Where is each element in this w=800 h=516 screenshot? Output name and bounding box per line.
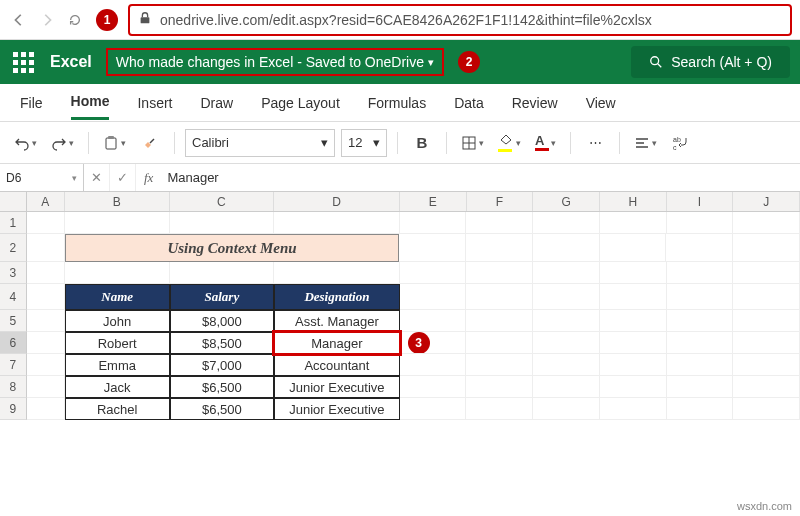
- col-header[interactable]: I: [667, 192, 734, 211]
- cell[interactable]: [400, 376, 467, 398]
- cell[interactable]: [733, 398, 800, 420]
- cell[interactable]: [466, 376, 533, 398]
- cell[interactable]: [666, 234, 733, 262]
- cell[interactable]: [600, 398, 667, 420]
- cell[interactable]: [170, 262, 275, 284]
- cell[interactable]: [733, 234, 800, 262]
- cell[interactable]: [600, 212, 667, 234]
- tab-page-layout[interactable]: Page Layout: [261, 87, 340, 119]
- cell[interactable]: [733, 212, 800, 234]
- cell[interactable]: [466, 262, 533, 284]
- cell[interactable]: [533, 376, 600, 398]
- search-button[interactable]: Search (Alt + Q): [631, 46, 790, 78]
- cell[interactable]: [533, 354, 600, 376]
- cell[interactable]: [400, 310, 467, 332]
- row-header[interactable]: 9: [0, 398, 27, 420]
- table-cell[interactable]: Jack: [65, 376, 170, 398]
- refresh-button[interactable]: [64, 9, 86, 31]
- table-cell[interactable]: $8,500: [170, 332, 275, 354]
- table-cell[interactable]: Asst. Manager: [274, 310, 399, 332]
- table-cell[interactable]: Robert: [65, 332, 170, 354]
- col-header[interactable]: J: [733, 192, 800, 211]
- cell[interactable]: [533, 398, 600, 420]
- col-header[interactable]: H: [600, 192, 667, 211]
- table-cell[interactable]: John: [65, 310, 170, 332]
- cell[interactable]: [733, 310, 800, 332]
- cell[interactable]: [400, 398, 467, 420]
- table-header[interactable]: Salary: [170, 284, 275, 310]
- cell[interactable]: [733, 262, 800, 284]
- bold-button[interactable]: B: [408, 129, 436, 157]
- tab-view[interactable]: View: [586, 87, 616, 119]
- table-cell[interactable]: Rachel: [65, 398, 170, 420]
- table-cell[interactable]: Accountant: [274, 354, 399, 376]
- cell[interactable]: [65, 262, 170, 284]
- fx-icon[interactable]: fx: [136, 170, 161, 186]
- cell[interactable]: [533, 284, 600, 310]
- table-cell[interactable]: $6,500: [170, 398, 275, 420]
- cell[interactable]: [533, 310, 600, 332]
- cell[interactable]: [600, 310, 667, 332]
- cell[interactable]: [533, 262, 600, 284]
- borders-button[interactable]: ▾: [457, 129, 488, 157]
- cell[interactable]: [27, 354, 65, 376]
- table-cell[interactable]: Emma: [65, 354, 170, 376]
- tab-review[interactable]: Review: [512, 87, 558, 119]
- col-header[interactable]: G: [533, 192, 600, 211]
- table-cell[interactable]: Junior Executive: [274, 398, 399, 420]
- cell[interactable]: [600, 354, 667, 376]
- cell[interactable]: [600, 262, 667, 284]
- table-header[interactable]: Designation: [274, 284, 399, 310]
- name-box[interactable]: D6▾: [0, 164, 84, 191]
- cell[interactable]: [27, 376, 65, 398]
- select-all-corner[interactable]: [0, 192, 27, 211]
- cell[interactable]: [667, 284, 734, 310]
- cell[interactable]: [533, 234, 600, 262]
- row-header[interactable]: 4: [0, 284, 27, 310]
- col-header[interactable]: A: [27, 192, 65, 211]
- selected-cell[interactable]: Manager: [274, 332, 399, 354]
- cell[interactable]: [733, 376, 800, 398]
- cell[interactable]: [466, 284, 533, 310]
- tab-home[interactable]: Home: [71, 85, 110, 120]
- app-launcher-button[interactable]: [10, 49, 36, 75]
- cell[interactable]: [27, 212, 65, 234]
- row-header[interactable]: 6: [0, 332, 27, 354]
- cell[interactable]: [600, 332, 667, 354]
- tab-file[interactable]: File: [20, 87, 43, 119]
- document-title[interactable]: Who made changes in Excel - Saved to One…: [106, 48, 444, 76]
- cell[interactable]: [466, 398, 533, 420]
- cell[interactable]: [600, 284, 667, 310]
- align-button[interactable]: ▾: [630, 129, 661, 157]
- cell[interactable]: [667, 332, 734, 354]
- cell[interactable]: [466, 234, 533, 262]
- table-cell[interactable]: $6,500: [170, 376, 275, 398]
- cell[interactable]: [27, 262, 65, 284]
- tab-data[interactable]: Data: [454, 87, 484, 119]
- font-size-select[interactable]: 12▾: [341, 129, 387, 157]
- cell[interactable]: [170, 212, 275, 234]
- tab-formulas[interactable]: Formulas: [368, 87, 426, 119]
- cell[interactable]: [400, 354, 467, 376]
- cell[interactable]: [466, 212, 533, 234]
- cell[interactable]: [600, 234, 667, 262]
- formula-input[interactable]: Manager: [161, 170, 218, 185]
- table-header[interactable]: Name: [65, 284, 170, 310]
- font-color-button[interactable]: A▾: [531, 129, 560, 157]
- cancel-formula-button[interactable]: ✕: [84, 164, 110, 191]
- cell[interactable]: [533, 212, 600, 234]
- cell[interactable]: [466, 354, 533, 376]
- cell[interactable]: [667, 212, 734, 234]
- col-header[interactable]: D: [274, 192, 400, 211]
- cell[interactable]: 3: [400, 332, 467, 354]
- cell[interactable]: [27, 310, 65, 332]
- cell[interactable]: [274, 212, 399, 234]
- sheet-title-cell[interactable]: Using Context Menu: [65, 234, 399, 262]
- cell[interactable]: [667, 376, 734, 398]
- row-header[interactable]: 2: [0, 234, 27, 262]
- row-header[interactable]: 3: [0, 262, 27, 284]
- tab-insert[interactable]: Insert: [137, 87, 172, 119]
- cell[interactable]: [400, 212, 467, 234]
- row-header[interactable]: 1: [0, 212, 27, 234]
- fill-color-button[interactable]: ▾: [494, 129, 525, 157]
